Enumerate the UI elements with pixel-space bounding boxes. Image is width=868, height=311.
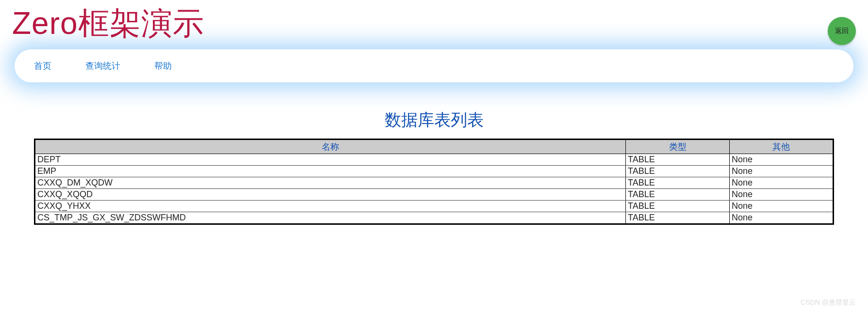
cell-other: None (730, 166, 834, 177)
table-header-row: 名称 类型 其他 (35, 140, 834, 154)
cell-type: TABLE (626, 154, 730, 166)
nav-help[interactable]: 帮助 (154, 60, 172, 72)
cell-type: TABLE (626, 177, 730, 189)
table-row[interactable]: CS_TMP_JS_GX_SW_ZDSSWFHMDTABLENone (35, 212, 834, 224)
table-row[interactable]: CXXQ_XQQDTABLENone (35, 189, 834, 201)
table-row[interactable]: CXXQ_DM_XQDWTABLENone (35, 177, 834, 189)
column-header-name: 名称 (35, 140, 626, 154)
back-button[interactable]: 返回 (828, 17, 856, 45)
page-title: Zero框架演示 (10, 0, 858, 45)
nav-query-stats[interactable]: 查询统计 (85, 60, 120, 72)
cell-other: None (730, 177, 834, 189)
nav-home[interactable]: 首页 (34, 60, 51, 72)
cell-name: DEPT (35, 154, 626, 166)
table-row[interactable]: CXXQ_YHXXTABLENone (35, 201, 834, 212)
nav-bar: 首页 查询统计 帮助 (15, 49, 853, 82)
watermark: CSDN @悬臂星云 (801, 298, 856, 307)
cell-name: CXXQ_XQQD (35, 189, 626, 201)
cell-name: CXXQ_DM_XQDW (35, 177, 626, 189)
cell-other: None (730, 154, 834, 166)
cell-name: EMP (35, 166, 626, 177)
cell-other: None (730, 212, 834, 224)
column-header-other: 其他 (730, 140, 834, 154)
column-header-type: 类型 (626, 140, 730, 154)
cell-other: None (730, 189, 834, 201)
cell-type: TABLE (626, 212, 730, 224)
cell-type: TABLE (626, 201, 730, 212)
cell-type: TABLE (626, 166, 730, 177)
content-title: 数据库表列表 (34, 109, 834, 131)
table-row[interactable]: EMPTABLENone (35, 166, 834, 177)
content: 数据库表列表 名称 类型 其他 DEPTTABLENoneEMPTABLENon… (0, 109, 868, 225)
cell-other: None (730, 201, 834, 212)
header: Zero框架演示 返回 (0, 0, 868, 45)
data-table: 名称 类型 其他 DEPTTABLENoneEMPTABLENoneCXXQ_D… (34, 139, 834, 225)
cell-type: TABLE (626, 189, 730, 201)
table-row[interactable]: DEPTTABLENone (35, 154, 834, 166)
cell-name: CS_TMP_JS_GX_SW_ZDSSWFHMD (35, 212, 626, 224)
cell-name: CXXQ_YHXX (35, 201, 626, 212)
